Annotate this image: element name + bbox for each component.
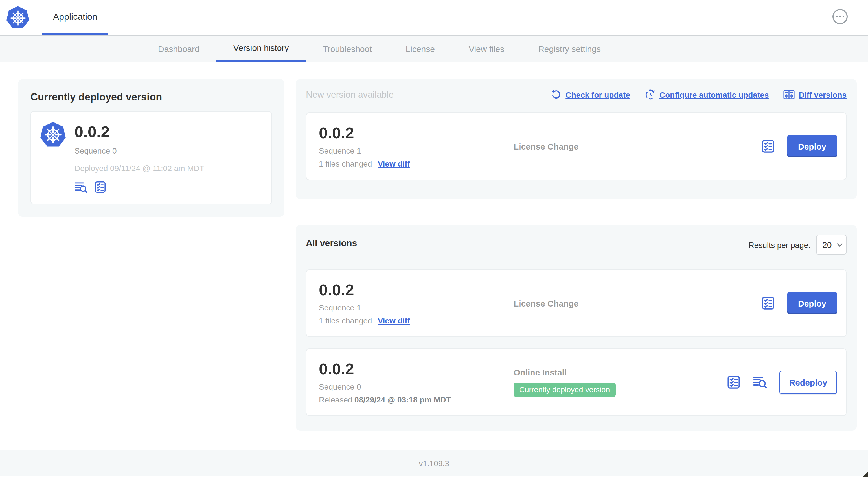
deploy-button[interactable]: Deploy — [787, 292, 837, 315]
currently-deployed-title: Currently deployed version — [30, 91, 272, 103]
version-number: 0.0.2 — [319, 281, 514, 299]
version-number: 0.0.2 — [319, 124, 514, 142]
admin-console: Application Dashboard Version history Tr… — [0, 0, 868, 477]
results-per-page-label: Results per page: — [749, 240, 810, 249]
deploy-button[interactable]: Deploy — [787, 135, 837, 157]
released-timestamp: Released 08/29/24 @ 03:18 pm MDT — [319, 395, 514, 404]
currently-deployed-badge: Currently deployed version — [514, 383, 615, 397]
version-number: 0.0.2 — [319, 360, 514, 378]
app-footer: v1.109.3 — [0, 450, 868, 476]
view-diff-link[interactable]: View diff — [378, 159, 410, 168]
page: Application Dashboard Version history Tr… — [0, 0, 868, 477]
tab-view-files[interactable]: View files — [452, 35, 521, 62]
ellipsis-icon — [836, 16, 838, 18]
version-row: 0.0.2 Sequence 1 1 files changed View di… — [306, 269, 846, 337]
view-diff-link[interactable]: View diff — [378, 316, 410, 325]
kubernetes-wheel-icon — [40, 122, 66, 148]
currently-deployed-card: 0.0.2 Sequence 0 Deployed 09/11/24 @ 11:… — [30, 111, 272, 204]
kubernetes-wheel-icon — [6, 6, 29, 29]
deploy-logs-icon[interactable] — [74, 181, 88, 193]
results-per-page-select[interactable]: 20 — [816, 235, 846, 255]
new-version-title: New version available — [306, 89, 394, 100]
preflight-checklist-icon[interactable] — [726, 375, 741, 389]
version-sequence: Sequence 1 — [319, 146, 514, 155]
app-header: Application — [0, 0, 868, 35]
diff-versions-link[interactable]: Diff versions — [783, 89, 846, 100]
version-row: 0.0.2 Sequence 0 Released 08/29/24 @ 03:… — [306, 348, 846, 416]
preflight-checklist-icon[interactable] — [761, 296, 775, 310]
check-for-update-link[interactable]: Check for update — [551, 89, 630, 100]
clock-refresh-icon — [645, 89, 655, 100]
app-tab-application[interactable]: Application — [42, 0, 108, 35]
app-menu-button[interactable] — [832, 9, 848, 24]
redeploy-button[interactable]: Redeploy — [779, 370, 837, 394]
new-version-panel: New version available Check for update — [296, 79, 857, 199]
deployed-version-number: 0.0.2 — [74, 123, 204, 141]
configure-automatic-updates-link[interactable]: Configure automatic updates — [645, 89, 769, 100]
tab-registry-settings[interactable]: Registry settings — [521, 35, 618, 62]
deployed-sequence: Sequence 0 — [74, 146, 204, 155]
deploy-logs-icon[interactable] — [753, 376, 768, 389]
new-version-card: 0.0.2 Sequence 1 1 files changed View di… — [306, 112, 846, 180]
version-source: License Change — [514, 141, 761, 151]
deployed-timestamp: Deployed 09/11/24 @ 11:02 am MDT — [74, 164, 204, 173]
currently-deployed-panel: Currently deployed version — [18, 79, 284, 217]
preflight-checklist-icon[interactable] — [94, 181, 107, 193]
version-source: Online Install — [514, 367, 567, 377]
tab-troubleshoot[interactable]: Troubleshoot — [306, 35, 389, 62]
console-version: v1.109.3 — [419, 459, 449, 468]
main-content: Currently deployed version — [0, 62, 868, 431]
all-versions-title: All versions — [306, 238, 357, 248]
app-tab-label: Application — [53, 11, 97, 22]
files-changed-label: 1 files changed — [319, 316, 372, 325]
refresh-icon — [551, 89, 562, 100]
page-tabs: Dashboard Version history Troubleshoot L… — [0, 35, 868, 62]
version-sequence: Sequence 0 — [319, 382, 514, 391]
diff-icon — [783, 89, 795, 100]
files-changed-label: 1 files changed — [319, 159, 372, 168]
tab-dashboard[interactable]: Dashboard — [141, 35, 216, 62]
version-source: License Change — [514, 298, 761, 308]
tab-license[interactable]: License — [389, 35, 452, 62]
all-versions-panel: All versions Results per page: 20 — [296, 225, 857, 431]
preflight-checklist-icon[interactable] — [761, 139, 775, 153]
tab-version-history[interactable]: Version history — [216, 35, 306, 62]
version-sequence: Sequence 1 — [319, 303, 514, 312]
right-column: New version available Check for update — [296, 79, 857, 431]
